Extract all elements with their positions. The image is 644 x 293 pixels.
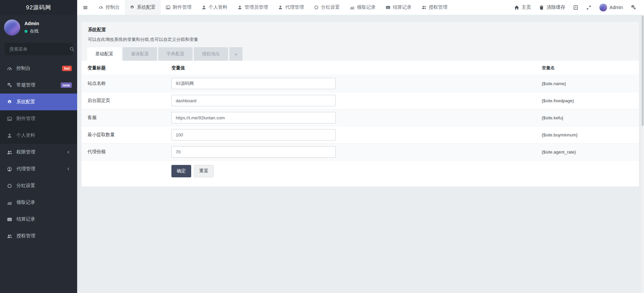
user-name-label: Admin: [609, 5, 623, 10]
topbar: 92源码网 控制台系统配置附件管理个人资料管理员管理代理管理分红设置领取记录cs…: [0, 0, 644, 15]
config-row: 站点名称{$site.name}: [82, 75, 639, 92]
sidebar-item-label: 个人资料: [16, 132, 72, 138]
column-header: 变量名: [542, 65, 633, 71]
circle-icon: [314, 5, 319, 10]
sidebar-item-附件管理[interactable]: 附件管理: [0, 110, 77, 127]
sidebar-item-代理管理[interactable]: 代理管理: [0, 161, 77, 177]
sidebar-item-label: 结算记录: [16, 216, 72, 222]
home-icon: [514, 5, 519, 10]
topnav-tab-label: 系统配置: [137, 4, 156, 10]
topnav-tab[interactable]: 分红设置: [309, 0, 345, 15]
topnav-tab[interactable]: cs结算记录: [381, 0, 417, 15]
config-row-varname: {$site.fixedpage}: [542, 98, 633, 103]
submit-button[interactable]: 确定: [171, 165, 191, 177]
cs-icon: cs: [6, 217, 13, 222]
config-row-title: 客服: [88, 115, 171, 121]
config-row-title: 站点名称: [88, 80, 171, 86]
language-icon: A: [573, 5, 578, 10]
chevron-left-icon: [65, 150, 72, 154]
topnav-tab[interactable]: 领取记录: [345, 0, 381, 15]
config-value-input[interactable]: [171, 112, 336, 123]
config-row: 代理份额{$site.agent_rate}: [82, 143, 639, 160]
status-badge: new: [61, 82, 72, 88]
tab-字典配置[interactable]: 字典配置: [158, 47, 193, 61]
expand-icon: [586, 5, 591, 10]
config-row-title: 后台固定页: [88, 98, 171, 104]
user-menu[interactable]: Admin: [596, 0, 626, 15]
circle-icon: [6, 183, 13, 188]
sidebar-item-label: 分红设置: [16, 183, 72, 189]
config-panel: 系统配置 可以在此增改系统的变量和分组,也可以自定义分组和变量 基础配置邀请配置…: [82, 22, 639, 186]
sidebar-item-label: 权限管理: [16, 149, 61, 155]
topnav-tab-label: 个人资料: [209, 4, 227, 10]
page-title: 系统配置: [88, 27, 633, 33]
reset-button[interactable]: 重置: [194, 165, 214, 177]
topnav-tab[interactable]: 授权管理: [417, 0, 452, 15]
sidebar-item-结算记录[interactable]: cs结算记录: [0, 211, 77, 228]
sidebar-item-个人资料[interactable]: 个人资料: [0, 127, 77, 144]
config-tabs: 基础配置邀请配置字典配置授权地址+: [82, 43, 639, 61]
sidebar-toggle-button[interactable]: [77, 0, 94, 15]
sidebar-item-领取记录[interactable]: 领取记录: [0, 194, 77, 211]
sidebar-item-label: 附件管理: [16, 116, 72, 122]
image-icon: [166, 5, 170, 10]
search-input[interactable]: [9, 46, 69, 52]
config-value-input[interactable]: [171, 129, 336, 140]
page-scrollbar[interactable]: [641, 15, 644, 293]
menu-icon: [83, 5, 88, 10]
sidebar-item-label: 授权管理: [16, 233, 72, 239]
chevron-left-icon: [65, 167, 72, 171]
svg-text:cs: cs: [8, 219, 10, 221]
scrollbar-thumb[interactable]: [642, 15, 644, 126]
tab-邀请配置[interactable]: 邀请配置: [123, 47, 157, 61]
config-value-input[interactable]: [171, 95, 336, 106]
user-status: 在线: [24, 28, 39, 34]
sidebar-item-常规管理[interactable]: 常规管理new: [0, 77, 77, 94]
column-header: 变量值: [171, 65, 542, 71]
sidebar-item-控制台[interactable]: 控制台hot: [0, 60, 77, 77]
image-icon: [6, 116, 13, 121]
config-value-input[interactable]: [171, 78, 336, 89]
sidebar-item-分红设置[interactable]: 分红设置: [0, 177, 77, 194]
topnav-tab[interactable]: 个人资料: [197, 0, 232, 15]
language-button[interactable]: A: [570, 0, 582, 15]
cogs-icon: [631, 5, 636, 10]
settings-button[interactable]: [628, 0, 639, 15]
avatar: [599, 4, 607, 11]
add-tab-button[interactable]: +: [229, 47, 243, 61]
chart-icon: [6, 200, 13, 205]
online-dot-icon: [24, 30, 28, 33]
trash-icon: [539, 5, 544, 10]
gear-icon: [130, 5, 135, 10]
user-panel: Admin 在线: [0, 15, 77, 40]
form-actions: 确定 重置: [82, 160, 639, 186]
topnav-tab-label: 分红设置: [321, 4, 340, 10]
avatar: [4, 19, 20, 36]
topnav-tab-label: 授权管理: [429, 4, 447, 10]
gear-icon: [6, 100, 13, 105]
topnav-tab[interactable]: 代理管理: [273, 0, 309, 15]
status-badge: hot: [62, 66, 72, 71]
sidebar-item-权限管理[interactable]: 权限管理: [0, 144, 77, 161]
topnav-tabs: 控制台系统配置附件管理个人资料管理员管理代理管理分红设置领取记录cs结算记录授权…: [94, 0, 452, 15]
sidebar-item-系统配置[interactable]: 系统配置: [0, 94, 77, 110]
topnav-tab[interactable]: 管理员管理: [232, 0, 273, 15]
sidebar-item-label: 常规管理: [16, 82, 57, 88]
topnav-tab[interactable]: 系统配置: [125, 0, 161, 15]
tab-授权地址[interactable]: 授权地址: [194, 47, 228, 61]
sidebar-item-label: 系统配置: [16, 99, 72, 105]
config-row-value-cell: [171, 78, 542, 89]
tab-content: 变量标题 变量值 变量名 站点名称{$site.name}后台固定页{$site…: [82, 61, 639, 186]
config-row: 后台固定页{$site.fixedpage}: [82, 92, 639, 109]
home-link[interactable]: 主页: [511, 0, 534, 15]
topnav-tab[interactable]: 附件管理: [161, 0, 197, 15]
users-icon: [422, 5, 426, 10]
sidebar-item-授权管理[interactable]: 授权管理: [0, 228, 77, 244]
config-value-input[interactable]: [171, 146, 336, 158]
fullscreen-button[interactable]: [583, 0, 595, 15]
topnav-tab[interactable]: 控制台: [94, 0, 125, 15]
clear-cache-link[interactable]: 清除缓存: [536, 0, 569, 15]
tab-基础配置[interactable]: 基础配置: [87, 47, 121, 61]
topnav-tab-label: 结算记录: [393, 4, 412, 10]
app-logo[interactable]: 92源码网: [0, 0, 77, 15]
